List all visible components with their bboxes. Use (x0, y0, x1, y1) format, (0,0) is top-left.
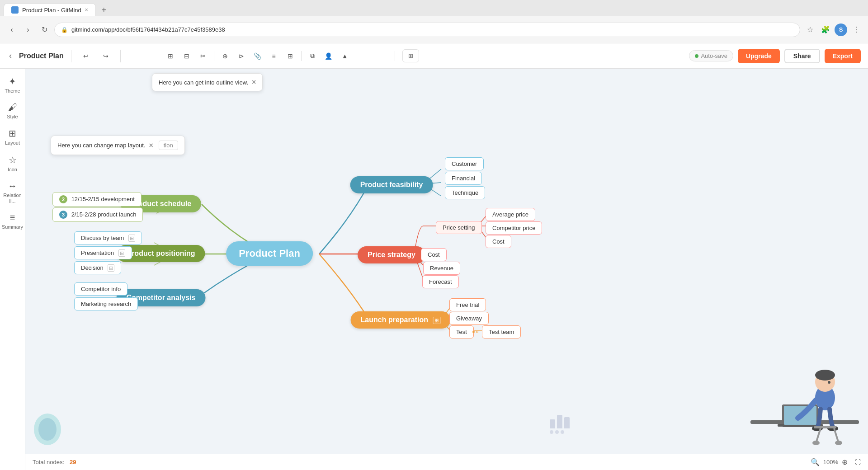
fullscreen-button[interactable]: ⛶ (855, 459, 861, 465)
mindmap-canvas[interactable]: Here you can get into outline view. × He… (25, 69, 868, 470)
branch-product-feasibility[interactable]: Product feasibility (350, 176, 433, 193)
branch-launch-preparation[interactable]: Launch preparation ⊞ (351, 311, 451, 329)
svg-point-19 (835, 441, 842, 445)
leaf-cost-sub[interactable]: Cost (486, 235, 511, 248)
outline-icon: ⊞ (408, 52, 413, 59)
leaf-free-trial[interactable]: Free trial (449, 298, 486, 311)
header-right: Auto-save Upgrade Share Export (689, 49, 861, 63)
layout-tooltip: Here you can change map layout. × tion (51, 136, 185, 155)
sidebar-label-relation: Relation li... (3, 193, 22, 204)
leaf-competitor-price-label: Competitor price (492, 225, 535, 231)
leaf-presentation[interactable]: Presentation ⊞ (74, 246, 132, 259)
leaf-test-label: Test (456, 329, 467, 335)
doc-title: Product Plan (19, 52, 64, 60)
leaf-test-team[interactable]: Test team (482, 325, 521, 338)
undo-button[interactable]: ↩ (79, 49, 93, 63)
branch-label-product-feasibility: Product feasibility (360, 181, 423, 188)
sidebar-item-theme[interactable]: ✦ Theme (1, 72, 24, 98)
sidebar-label-layout: Layout (5, 140, 20, 146)
toolbar-sep-3 (395, 51, 395, 61)
upgrade-button[interactable]: Upgrade (738, 49, 780, 63)
leaf-forecast[interactable]: Forecast (422, 275, 459, 288)
leaf-technique[interactable]: Technique (445, 186, 485, 199)
leaf-price-setting[interactable]: Price setting (436, 221, 482, 234)
url-text: gitmind.com/app/doc/bf56f1764f434b21a77c… (71, 26, 225, 33)
bookmark-icon[interactable]: ☆ (804, 24, 816, 36)
relation-icon: ↔ (8, 181, 17, 191)
list-button[interactable]: ≡ (267, 49, 281, 63)
zoom-in-button[interactable]: ⊕ (842, 458, 848, 466)
leaf-competitor-info-label: Competitor info (81, 286, 121, 292)
leaf-revenue[interactable]: Revenue (423, 262, 460, 275)
user-button[interactable]: 👤 (321, 49, 336, 63)
redo-button[interactable]: ↪ (99, 49, 113, 63)
leaf-marketing-research[interactable]: Marketing research (74, 297, 138, 310)
sidebar-item-summary[interactable]: ≡ Summary (1, 209, 24, 234)
header-toolbar: ⊞ ⊟ ✂ ⊕ ⊳ 📎 ≡ ⊞ ⧉ 👤 ▲ (128, 49, 387, 63)
leaf-average-price[interactable]: Average price (486, 208, 535, 221)
share-button[interactable]: Share (784, 49, 820, 63)
sidebar-item-style[interactable]: 🖌 Style (1, 99, 24, 123)
forward-button[interactable]: › (22, 24, 34, 36)
total-nodes-label: Total nodes: (33, 459, 64, 465)
leaf-development[interactable]: 2 12/15-2/15 development (52, 192, 142, 207)
refresh-button[interactable]: ↻ (38, 24, 51, 36)
leaf-revenue-label: Revenue (430, 265, 453, 272)
person-figure (737, 352, 863, 454)
url-bar[interactable]: 🔒 gitmind.com/app/doc/bf56f1764f434b21a7… (54, 23, 800, 37)
leaf-marketing-research-label: Marketing research (81, 301, 131, 307)
zoom-out-button[interactable]: 🔍 (811, 458, 820, 466)
leaf-technique-label: Technique (452, 189, 478, 196)
back-button[interactable]: ‹ (5, 24, 18, 36)
svg-point-12 (828, 381, 830, 384)
sidebar-item-icon[interactable]: ☆ Icon (1, 151, 24, 176)
shape-button[interactable]: ▲ (338, 49, 352, 63)
menu-icon[interactable]: ⋮ (850, 24, 863, 36)
leaf-competitor-info[interactable]: Competitor info (74, 282, 127, 296)
outline-tooltip-text: Here you can get into outline view. (159, 79, 248, 86)
outline-view-button[interactable]: ⊞ (402, 49, 419, 62)
select-tool-button[interactable]: ⊞ (163, 49, 178, 63)
add-node-button[interactable]: ⊕ (218, 49, 232, 63)
summary-icon: ≡ (10, 212, 15, 223)
layout-tooltip-close[interactable]: × (149, 141, 153, 150)
browser-tab[interactable]: Product Plan - GitMind × (4, 3, 96, 16)
decorative-shape (32, 411, 63, 447)
center-node[interactable]: Product Plan (226, 241, 313, 266)
table-button[interactable]: ⊞ (283, 49, 297, 63)
center-node-label: Product Plan (239, 248, 300, 259)
leaf-product-launch[interactable]: 3 2/15-2/28 product launch (52, 207, 143, 222)
discuss-icon: ⊞ (128, 235, 135, 242)
connect-tool-button[interactable]: ⊟ (179, 49, 194, 63)
leaf-financial[interactable]: Financial (445, 172, 482, 185)
attachment-button[interactable]: 📎 (250, 49, 265, 63)
frame-button[interactable]: ⧉ (305, 49, 320, 63)
layout-tooltip-text: Here you can change map layout. (57, 142, 145, 149)
branch-price-strategy[interactable]: Price strategy (358, 246, 425, 263)
cut-button[interactable]: ✂ (196, 49, 210, 63)
sidebar: ✦ Theme 🖌 Style ⊞ Layout ☆ Icon ↔ Relati… (0, 69, 25, 470)
sidebar-label-theme: Theme (5, 88, 20, 94)
zoom-controls: 🔍 100% ⊕ ⛶ (811, 458, 861, 466)
auto-save-label: Auto-save (701, 52, 727, 59)
sidebar-item-relation[interactable]: ↔ Relation li... (1, 177, 24, 208)
outline-tooltip-close[interactable]: × (252, 78, 256, 86)
profile-avatar[interactable]: S (835, 24, 847, 36)
extensions-icon[interactable]: 🧩 (819, 24, 832, 36)
leaf-decision[interactable]: Decision ⊞ (74, 261, 121, 274)
sidebar-item-layout[interactable]: ⊞ Layout (1, 124, 24, 150)
tab-close-button[interactable]: × (85, 7, 88, 13)
leaf-cost[interactable]: Cost (421, 248, 447, 261)
leaf-competitor-price[interactable]: Competitor price (486, 221, 542, 235)
leaf-discuss[interactable]: Discuss by team ⊞ (74, 231, 142, 244)
style-icon: 🖌 (8, 102, 17, 113)
leaf-test[interactable]: Test (449, 325, 474, 338)
decision-icon: ⊞ (108, 264, 114, 272)
back-to-home-button[interactable]: ‹ (7, 49, 14, 62)
leaf-giveaway[interactable]: Giveaway (449, 312, 489, 325)
export-button[interactable]: Export (825, 49, 861, 63)
total-nodes-value: 29 (70, 459, 76, 465)
new-tab-button[interactable]: + (98, 4, 110, 16)
child-node-button[interactable]: ⊳ (234, 49, 249, 63)
leaf-customer[interactable]: Customer (445, 157, 484, 170)
